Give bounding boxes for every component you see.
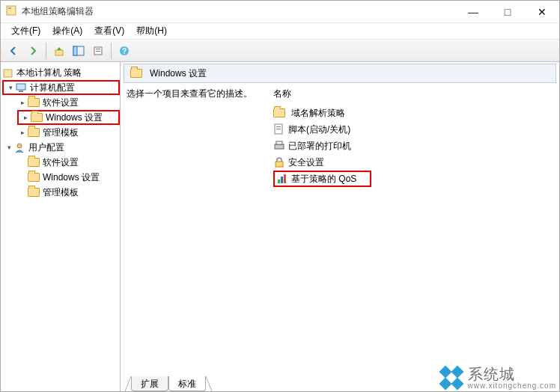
tree-admin-templates[interactable]: ▸ 管理模板 xyxy=(1,125,120,140)
svg-rect-11 xyxy=(16,84,25,90)
list-item-scripts[interactable]: 脚本(启动/关机) xyxy=(273,121,556,138)
script-icon xyxy=(273,123,285,135)
folder-icon xyxy=(31,113,43,122)
tab-extended[interactable]: 扩展 xyxy=(131,376,168,391)
tree-pane: 本地计算机 策略 ▾ 计算机配置 ▸ 软件设置 ▸ xyxy=(1,62,121,391)
svg-rect-6 xyxy=(96,49,100,49)
svg-rect-19 xyxy=(276,162,283,167)
menu-action[interactable]: 操作(A) xyxy=(46,23,88,39)
forward-button[interactable] xyxy=(23,41,43,61)
tree-label: 计算机配置 xyxy=(30,82,75,94)
menu-file[interactable]: 文件(F) xyxy=(5,23,46,39)
expander-icon[interactable]: ▸ xyxy=(17,97,28,108)
highlight-computer-config: ▾ 计算机配置 xyxy=(2,80,120,95)
watermark: 系统城 www.xitongcheng.com xyxy=(439,364,557,390)
watermark-logo xyxy=(439,366,462,388)
folder-icon xyxy=(28,173,40,182)
expander-icon[interactable]: ▸ xyxy=(20,112,31,123)
tab-standard[interactable]: 标准 xyxy=(168,376,206,391)
main-area: 本地计算机 策略 ▾ 计算机配置 ▸ 软件设置 ▸ xyxy=(1,62,559,391)
description-column: 选择一个项目来查看它的描述。 xyxy=(124,88,258,391)
svg-point-13 xyxy=(17,144,22,148)
svg-rect-7 xyxy=(96,51,100,52)
svg-rect-12 xyxy=(19,91,23,92)
maximize-button[interactable]: □ xyxy=(490,1,525,22)
tree-software-settings[interactable]: ▸ 软件设置 xyxy=(1,95,120,110)
back-button[interactable] xyxy=(4,41,23,61)
tree-label: 管理模板 xyxy=(43,186,79,199)
tree-root[interactable]: 本地计算机 策略 xyxy=(1,65,120,80)
qos-icon xyxy=(276,173,288,185)
highlight-windows-settings: ▸ Windows 设置 xyxy=(17,110,120,125)
tree-user-windows[interactable]: Windows 设置 xyxy=(1,170,120,185)
svg-rect-0 xyxy=(7,6,16,15)
toolbar-separator xyxy=(111,43,112,59)
list-label: 已部署的打印机 xyxy=(288,140,351,153)
lock-icon xyxy=(273,156,285,168)
instruction-text: 选择一个项目来查看它的描述。 xyxy=(127,88,252,99)
tree-user-software[interactable]: 软件设置 xyxy=(1,155,120,170)
svg-rect-10 xyxy=(4,70,12,77)
content-body: 选择一个项目来查看它的描述。 名称 域名解析策略 脚本(启动/关机) xyxy=(121,88,559,391)
tree-user-config[interactable]: ▾ 用户配置 xyxy=(1,140,120,155)
tree-label: 用户配置 xyxy=(28,141,64,154)
expander-icon[interactable]: ▾ xyxy=(4,142,14,153)
list-label: 基于策略的 QoS xyxy=(291,173,356,186)
expander-icon[interactable]: ▸ xyxy=(17,127,28,138)
folder-icon xyxy=(130,69,142,78)
content-title: Windows 设置 xyxy=(150,67,207,80)
tree-computer-config[interactable]: ▾ 计算机配置 xyxy=(5,80,75,95)
window-controls: — □ ✕ xyxy=(456,1,559,22)
list-label: 脚本(启动/关机) xyxy=(288,123,350,136)
svg-rect-15 xyxy=(276,126,281,127)
tree-label: 管理模板 xyxy=(43,126,79,139)
svg-rect-17 xyxy=(275,144,284,149)
list-label: 域名解析策略 xyxy=(291,107,345,120)
svg-rect-2 xyxy=(55,50,63,55)
list-label: 安全设置 xyxy=(288,156,324,169)
svg-text:?: ? xyxy=(122,47,127,55)
computer-icon xyxy=(16,82,27,94)
bottom-tabs: 扩展 标准 xyxy=(121,373,212,391)
watermark-text: 系统城 xyxy=(468,366,515,382)
svg-rect-16 xyxy=(276,129,281,129)
app-icon xyxy=(5,4,17,19)
folder-icon xyxy=(273,108,285,117)
svg-rect-22 xyxy=(284,174,286,183)
tree-label: Windows 设置 xyxy=(46,111,103,124)
tree-label: 软件设置 xyxy=(43,97,79,109)
expander-icon[interactable]: ▾ xyxy=(5,82,16,93)
help-button[interactable]: ? xyxy=(115,41,134,61)
column-header-name[interactable]: 名称 xyxy=(273,88,556,105)
tree-label: 软件设置 xyxy=(43,156,79,169)
menu-view[interactable]: 查看(V) xyxy=(88,23,130,39)
tree-user-admin[interactable]: 管理模板 xyxy=(1,185,120,200)
list-item-security[interactable]: 安全设置 xyxy=(273,154,556,171)
watermark-url: www.xitongcheng.com xyxy=(468,382,557,390)
toolbar-separator xyxy=(46,43,46,59)
tree-windows-settings[interactable]: ▸ Windows 设置 xyxy=(20,110,103,125)
tree-label: Windows 设置 xyxy=(43,171,100,184)
folder-icon xyxy=(28,188,40,197)
policy-icon xyxy=(2,67,13,79)
svg-rect-21 xyxy=(281,177,283,183)
svg-rect-18 xyxy=(276,141,282,144)
minimize-button[interactable]: — xyxy=(456,1,490,22)
title-bar: 本地组策略编辑器 — □ ✕ xyxy=(1,1,559,23)
close-button[interactable]: ✕ xyxy=(525,1,559,22)
list-item-qos[interactable]: 基于策略的 QoS xyxy=(273,171,371,187)
content-header: Windows 设置 xyxy=(124,64,556,83)
up-button[interactable] xyxy=(49,41,69,61)
folder-icon xyxy=(28,98,40,107)
properties-button[interactable] xyxy=(88,41,108,61)
window-title: 本地组策略编辑器 xyxy=(22,5,456,18)
list-item-dns[interactable]: 域名解析策略 xyxy=(273,105,556,121)
menu-help[interactable]: 帮助(H) xyxy=(130,23,173,39)
show-hide-tree-button[interactable] xyxy=(69,41,88,61)
toolbar: ? xyxy=(1,40,559,62)
user-icon xyxy=(14,142,25,153)
content-pane: Windows 设置 选择一个项目来查看它的描述。 名称 域名解析策略 脚本(启… xyxy=(121,62,559,391)
list-item-printers[interactable]: 已部署的打印机 xyxy=(273,138,556,154)
svg-rect-20 xyxy=(278,180,280,183)
listing-column: 名称 域名解析策略 脚本(启动/关机) 已部署的打印机 xyxy=(273,88,556,391)
